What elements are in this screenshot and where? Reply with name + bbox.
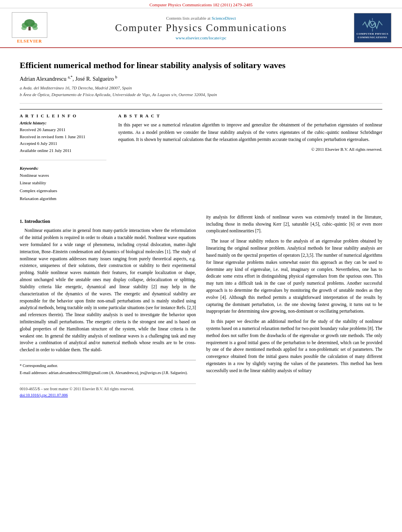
intro-paragraph-3: The issue of linear stability reduces to…	[206, 238, 382, 315]
footnote-section: * Corresponding author. E-mail addresses…	[20, 360, 196, 376]
section-1-number: 1. Introduction	[20, 219, 50, 224]
keywords-list: Nonlinear waves Linear stability Complex…	[20, 172, 106, 203]
history-dates: Received 26 January 2011 Received in rev…	[20, 126, 106, 154]
article-info-abstract: A R T I C L E I N F O Article history: R…	[20, 109, 382, 208]
keyword-3: Complex eigenvalues	[20, 187, 106, 195]
intro-paragraph-4: In this paper we describe an additional …	[206, 318, 382, 374]
article-history-block: Article history: Received 26 January 201…	[20, 120, 106, 154]
journal-url: www.elsevier.com/locate/cpc	[59, 35, 343, 40]
abstract-title: A B S T R A C T	[118, 113, 382, 118]
author-names: Adrian Alexandrescu a,*, José R. Salguei…	[20, 76, 117, 82]
article-info-column: A R T I C L E I N F O Article history: R…	[20, 113, 106, 208]
cpc-logo-text: COMPUTER PHYSICSCOMMUNICATIONS	[357, 32, 389, 39]
cpc-logo-box: COMPUTER PHYSICSCOMMUNICATIONS	[354, 13, 391, 43]
abstract-column: A B S T R A C T In this paper we use a n…	[118, 113, 382, 208]
received-date: Received 26 January 2011	[20, 126, 106, 133]
svg-point-4	[21, 26, 26, 30]
keyword-1: Nonlinear waves	[20, 172, 106, 180]
article-info-title: A R T I C L E I N F O	[20, 113, 106, 118]
affiliation-a: a Avda. del Mediterráneo 16, 7D Derecha,…	[20, 85, 382, 91]
svg-point-5	[33, 26, 38, 30]
available-date: Available online 21 July 2011	[20, 147, 106, 154]
journal-citation-bar: Computer Physics Communications 182 (201…	[0, 0, 402, 8]
doi-text: doi:10.1016/j.cpc.2011.07.006	[20, 392, 196, 399]
footnote-emails: E-mail addresses: adrian.alexandrescu200…	[20, 370, 196, 376]
keyword-4: Relaxation algorithm	[20, 195, 106, 203]
doi-link[interactable]: doi:10.1016/j.cpc.2011.07.006	[20, 393, 68, 397]
sciencedirect-link: Contents lists available at ScienceDirec…	[59, 16, 343, 20]
journal-logo-right: COMPUTER PHYSICSCOMMUNICATIONS	[351, 13, 394, 43]
main-right-column: ity analysis for different kinds of nonl…	[206, 214, 382, 398]
section-1-heading: 1. Introduction	[20, 218, 196, 225]
header-divider	[20, 103, 382, 104]
article-title: Efficient numerical method for linear st…	[20, 60, 382, 71]
footnote-corresponding: * Corresponding author.	[20, 363, 196, 369]
elsevier-label: ELSEVIER	[17, 39, 42, 43]
abstract-text: In this paper we use a numerical relaxat…	[118, 121, 382, 143]
copyright-notice: © 2011 Elsevier B.V. All rights reserved…	[118, 147, 382, 152]
history-label: Article history:	[20, 120, 106, 125]
intro-paragraph-1: Nonlinear equations arise in general fro…	[20, 227, 196, 354]
keyword-2: Linear stability	[20, 179, 106, 187]
issn-text: 0010-4655/$ – see front matter © 2011 El…	[20, 386, 196, 392]
sciencedirect-anchor[interactable]: ScienceDirect	[212, 16, 236, 20]
journal-citation: Computer Physics Communications 182 (201…	[149, 2, 252, 7]
journal-center: Contents lists available at ScienceDirec…	[51, 16, 351, 40]
journal-title: Computer Physics Communications	[59, 22, 343, 34]
affiliation-b: b Área de Óptica, Departamento de Física…	[20, 91, 382, 98]
accepted-date: Accepted 6 July 2011	[20, 140, 106, 147]
main-left-column: 1. Introduction Nonlinear equations aris…	[20, 214, 196, 398]
authors: Adrian Alexandrescu a,*, José R. Salguei…	[20, 75, 382, 83]
info-divider	[20, 160, 106, 160]
bottom-bar: 0010-4655/$ – see front matter © 2011 El…	[20, 384, 196, 398]
svg-rect-3	[28, 26, 31, 30]
article-body: Efficient numerical method for linear st…	[0, 48, 402, 406]
revised-date: Received in revised form 1 June 2011	[20, 133, 106, 141]
keywords-block: Keywords: Nonlinear waves Linear stabili…	[20, 166, 106, 203]
elsevier-logo: ELSEVIER	[8, 12, 51, 43]
keywords-label: Keywords:	[20, 166, 106, 171]
intro-paragraph-2: ity analysis for different kinds of nonl…	[206, 214, 382, 235]
affiliations: a Avda. del Mediterráneo 16, 7D Derecha,…	[20, 85, 382, 98]
journal-header: ELSEVIER Contents lists available at Sci…	[0, 8, 402, 48]
main-content: 1. Introduction Nonlinear equations aris…	[20, 214, 382, 398]
